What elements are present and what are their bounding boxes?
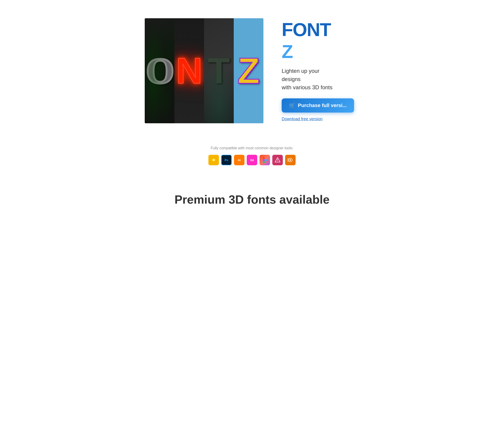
- hero-description: Lighten up your designs with various 3D …: [282, 67, 359, 91]
- tool-xd-icon: Xd: [247, 155, 257, 165]
- download-free-button[interactable]: Download free version: [282, 117, 359, 121]
- letter-t: T: [208, 50, 230, 92]
- compat-section: Fully compatible with most common design…: [0, 137, 504, 179]
- tool-figma-icon: [260, 155, 270, 165]
- letter-z: Z: [237, 50, 260, 92]
- compat-label: Fully compatible with most common design…: [5, 146, 499, 150]
- bottom-section: Premium 3D fonts available: [0, 179, 504, 220]
- hero-text-block: FONT Z Lighten up your designs with vari…: [282, 20, 359, 121]
- svg-rect-4: [265, 157, 267, 159]
- tool-blender-icon: [285, 155, 296, 165]
- svg-point-11: [290, 159, 291, 161]
- letter-panels: O N T Z: [145, 18, 263, 123]
- panel-z: Z: [234, 18, 263, 123]
- svg-rect-7: [263, 161, 265, 163]
- svg-point-6: [265, 159, 267, 161]
- tools-row: Ps Ai Xd: [5, 155, 499, 165]
- purchase-button[interactable]: 🛒 Purchase full versi...: [282, 99, 354, 113]
- letter-o: O: [146, 50, 173, 92]
- letter-n: N: [176, 50, 202, 92]
- tool-sketch-icon: [208, 155, 219, 165]
- tool-affinity-icon: [272, 155, 283, 165]
- tool-ps-icon: Ps: [221, 155, 232, 165]
- bottom-title: Premium 3D fonts available: [5, 193, 499, 206]
- panel-n: N: [174, 18, 204, 123]
- tool-ai-icon: Ai: [234, 155, 244, 165]
- svg-rect-3: [263, 157, 265, 159]
- svg-rect-5: [263, 159, 265, 161]
- panel-o: O: [145, 18, 174, 123]
- hero-section: O N T Z FONT Z Lighten up your designs w…: [92, 0, 412, 137]
- panel-t: T: [204, 18, 234, 123]
- cart-icon: 🛒: [289, 102, 295, 108]
- svg-line-13: [288, 158, 288, 159]
- svg-line-14: [288, 161, 288, 162]
- brand-z-text: Z: [282, 42, 359, 61]
- brand-font-text: FONT: [282, 20, 359, 39]
